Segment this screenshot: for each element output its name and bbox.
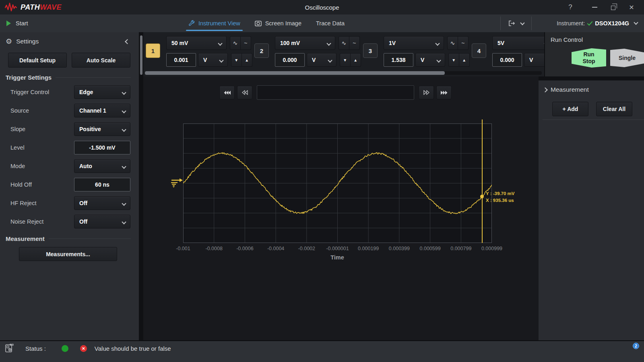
channel-2-button[interactable]: 2: [254, 43, 269, 58]
channel-3-offset-input[interactable]: 1.538: [384, 53, 413, 67]
slope-select[interactable]: Positive: [74, 122, 130, 136]
offset-increase-button[interactable]: ▲: [459, 53, 470, 67]
source-select[interactable]: Channel 1: [74, 104, 130, 117]
select-value: Off: [79, 200, 87, 206]
channel-1-group: 1 50 mV ∿ ~ 0.001 V ▼ ▲: [146, 36, 252, 76]
trigger-level-marker[interactable]: [171, 177, 183, 187]
channel-strip: 1 50 mV ∿ ~ 0.001 V ▼ ▲ 2 100 mV ∿ ~: [143, 32, 544, 76]
notifications-button[interactable]: 2: [625, 345, 638, 356]
measurement-section: Measurement: [6, 235, 131, 242]
jump-to-start-button[interactable]: [219, 86, 235, 99]
setting-label: Level: [10, 144, 74, 151]
channel-2-offset-input[interactable]: 0.000: [275, 53, 305, 67]
offset-decrease-button[interactable]: ▼: [231, 53, 242, 67]
auto-scale-button[interactable]: Auto Scale: [72, 53, 130, 68]
run-stop-button[interactable]: Run Stop: [572, 48, 606, 68]
noise-reject-select[interactable]: Off: [74, 215, 130, 228]
clear-all-button[interactable]: Clear All: [596, 102, 632, 116]
channel-4-button[interactable]: 4: [472, 43, 486, 58]
jump-to-end-button[interactable]: [436, 86, 452, 99]
status-ok-indicator: [62, 345, 68, 352]
x-tick-label: 0.000399: [389, 246, 410, 251]
channel-4-scale-select[interactable]: 5V: [492, 36, 544, 50]
coupling-ac-button[interactable]: ~: [349, 36, 360, 50]
double-left-arrow-icon: [242, 90, 248, 95]
help-button[interactable]: ?: [561, 1, 580, 13]
start-label: Start: [16, 20, 28, 27]
channel-3-scale-select[interactable]: 1V: [384, 36, 444, 50]
minimize-button[interactable]: [585, 1, 604, 13]
channel-strip-scrollbar[interactable]: [145, 71, 542, 75]
close-button[interactable]: ✕: [622, 1, 641, 13]
cursor-y-value: Y : -39.70 mV: [486, 190, 514, 197]
measurement-cursor-line[interactable]: [482, 119, 483, 243]
settings-sidebar: ⚙ Settings Default Setup Auto Scale Trig…: [0, 32, 139, 340]
setting-row: Noise Reject Off: [10, 214, 131, 229]
navigation-position-input[interactable]: [257, 85, 414, 100]
tab-instrument-view[interactable]: Instrument View: [188, 14, 240, 32]
hf-reject-select[interactable]: Off: [74, 196, 130, 210]
channel-3-button[interactable]: 3: [363, 43, 378, 58]
coupling-ac-button[interactable]: ~: [458, 36, 469, 50]
tab-screen-image[interactable]: Screen Image: [255, 14, 301, 32]
instrument-selector[interactable]: Instrument: DSOX1204G: [532, 20, 644, 27]
single-button[interactable]: Single: [610, 49, 644, 67]
maximize-button[interactable]: [604, 1, 622, 13]
default-setup-button[interactable]: Default Setup: [8, 53, 67, 68]
step-forward-button[interactable]: [419, 86, 434, 99]
instrument-status-icon[interactable]: [5, 343, 14, 353]
toolbar-right: Instrument: DSOX1204G: [500, 14, 644, 32]
channel-2-unit-select[interactable]: V: [307, 53, 336, 67]
waveform-plot[interactable]: [183, 123, 492, 243]
chevron-down-icon: [122, 220, 126, 224]
channel-1-offset-input[interactable]: 0.001: [166, 53, 196, 67]
chevron-down-icon: [122, 109, 126, 113]
double-right-arrow-icon: [423, 90, 429, 95]
channel-1-unit-select[interactable]: V: [198, 53, 228, 67]
waveform-svg: [183, 123, 492, 243]
select-value: V: [203, 57, 207, 63]
window-title: Oscilloscope: [0, 4, 644, 11]
level-input[interactable]: -1.500 mV: [74, 141, 130, 154]
channel-1-button[interactable]: 1: [146, 43, 160, 58]
view-tabs: Instrument View Screen Image Trace Data: [188, 14, 345, 32]
measurement-panel-header[interactable]: Measurement: [543, 86, 644, 93]
add-measurement-button[interactable]: + Add: [552, 102, 588, 116]
channel-3-unit-select[interactable]: V: [415, 53, 445, 67]
sidebar-scrollbar[interactable]: [140, 35, 142, 75]
x-tick-label: 0.000799: [450, 246, 471, 251]
chevron-down-icon: [326, 41, 331, 45]
coupling-ac-button[interactable]: ~: [241, 36, 252, 50]
coupling-dc-button[interactable]: ∿: [447, 36, 458, 50]
channel-2-scale-select[interactable]: 100 mV: [275, 36, 335, 50]
collapse-sidebar-button[interactable]: [125, 39, 130, 44]
tab-label: Screen Image: [265, 20, 301, 27]
measurements-button[interactable]: Measurements...: [19, 247, 117, 261]
offset-increase-button[interactable]: ▲: [351, 53, 361, 67]
main-toolbar: Start Instrument View Screen Image Trace…: [0, 14, 644, 32]
scrollbar-thumb[interactable]: [145, 71, 445, 75]
chevron-down-icon: [122, 164, 126, 169]
trigger-control-select[interactable]: Edge: [74, 85, 130, 99]
start-button[interactable]: Start: [0, 20, 28, 27]
tab-trace-data[interactable]: Trace Data: [316, 14, 345, 32]
hold-off-input[interactable]: 60 ns: [74, 178, 130, 191]
channel-1-scale-select[interactable]: 50 mV: [166, 36, 227, 50]
coupling-dc-button[interactable]: ∿: [230, 36, 241, 50]
setting-label: Source: [10, 107, 74, 114]
step-back-button[interactable]: [237, 86, 252, 99]
mode-select[interactable]: Auto: [74, 159, 130, 173]
export-button[interactable]: [501, 20, 531, 27]
run-label: Run: [583, 51, 594, 58]
channel-4-unit-select[interactable]: V: [524, 53, 544, 67]
offset-increase-button[interactable]: ▲: [242, 53, 253, 67]
offset-decrease-button[interactable]: ▼: [340, 53, 351, 67]
offset-decrease-button[interactable]: ▼: [448, 53, 459, 67]
connected-check-icon: [587, 20, 593, 25]
setting-label: Slope: [10, 126, 74, 132]
camera-icon: [255, 21, 262, 27]
coupling-dc-button[interactable]: ∿: [339, 36, 349, 50]
channel-4-offset-input[interactable]: 0.000: [492, 53, 522, 67]
select-value: V: [529, 57, 533, 63]
instrument-value: DSOX1204G: [595, 20, 629, 27]
